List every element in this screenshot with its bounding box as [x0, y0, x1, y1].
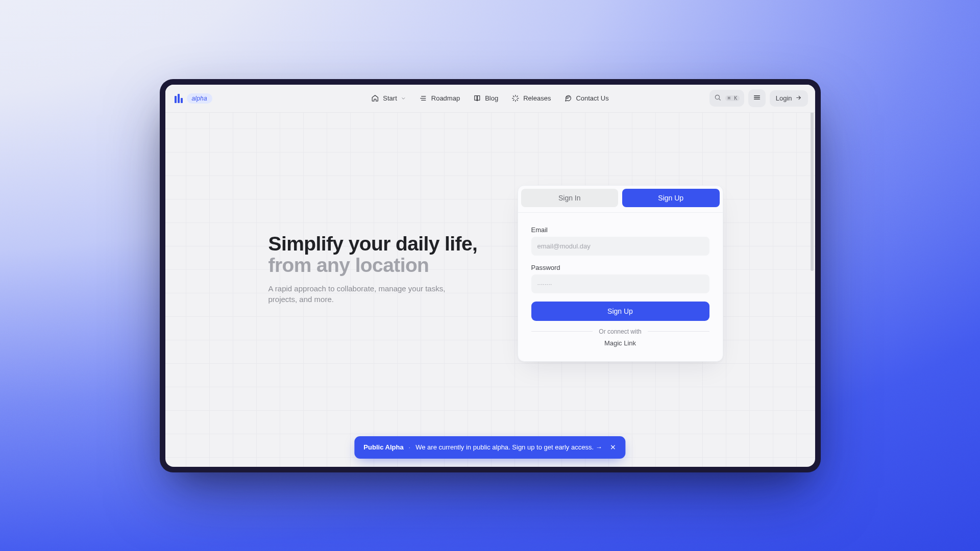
arrow-right-icon [795, 94, 802, 103]
app-screen: alpha Start [165, 85, 815, 467]
nav-blog[interactable]: Blog [473, 94, 498, 102]
search-icon [714, 94, 721, 103]
nav-roadmap-label: Roadmap [431, 94, 460, 102]
hero-headline-main: Simplify your daily life, [268, 233, 478, 255]
brand-logo-icon [175, 94, 183, 103]
alpha-banner-dot: · [409, 443, 411, 451]
sparkle-icon [511, 94, 519, 102]
tab-signin[interactable]: Sign In [521, 189, 619, 207]
tab-signup[interactable]: Sign Up [622, 189, 720, 207]
home-icon [371, 94, 379, 102]
password-field[interactable] [531, 274, 709, 293]
email-label: Email [531, 226, 709, 234]
svg-line-4 [719, 99, 721, 101]
chevron-down-icon [401, 96, 406, 101]
hero-subtext: A rapid approach to collaborate, manage … [268, 283, 452, 306]
auth-card: Sign In Sign Up Email Password Sign Up O… [518, 185, 723, 362]
login-label: Login [776, 94, 792, 102]
brand[interactable]: alpha [175, 93, 212, 104]
alpha-banner-text: We are currently in public alpha. Sign u… [415, 443, 602, 451]
nav-right: ⌘ K Login [709, 89, 807, 107]
hero-headline: Simplify your daily life, from any locat… [268, 233, 488, 276]
alpha-banner[interactable]: Public Alpha · We are currently in publi… [354, 436, 625, 459]
list-icon [420, 94, 427, 102]
search-shortcut: ⌘ K [725, 95, 740, 101]
navbar: alpha Start [165, 85, 815, 113]
connect-divider: Or connect with [531, 328, 709, 335]
nav-start-label: Start [383, 94, 397, 102]
nav-contact-label: Contact Us [576, 94, 608, 102]
magic-link-button[interactable]: Magic Link [531, 339, 709, 347]
auth-form: Email Password Sign Up Or connect with M… [518, 212, 723, 347]
nav-start[interactable]: Start [371, 94, 406, 102]
alpha-chip: alpha [187, 93, 212, 104]
password-label: Password [531, 264, 709, 271]
nav-releases-label: Releases [523, 94, 551, 102]
auth-tabs: Sign In Sign Up [521, 189, 720, 212]
gradient-backdrop: alpha Start [0, 0, 980, 551]
nav-blog-label: Blog [485, 94, 498, 102]
book-icon [473, 94, 481, 102]
alpha-banner-close[interactable] [607, 442, 619, 453]
hero: Simplify your daily life, from any locat… [268, 233, 488, 306]
login-button[interactable]: Login [770, 90, 808, 107]
close-icon [609, 444, 616, 450]
device-frame: alpha Start [160, 79, 821, 472]
chat-icon [564, 94, 572, 102]
email-field[interactable] [531, 237, 709, 256]
nav-releases[interactable]: Releases [511, 94, 551, 102]
nav-contact[interactable]: Contact Us [564, 94, 608, 102]
main-area: Simplify your daily life, from any locat… [165, 113, 815, 467]
nav-center: Start Roadmap [371, 94, 608, 102]
menu-icon [753, 93, 761, 103]
alpha-banner-title: Public Alpha [363, 443, 403, 451]
search-button[interactable]: ⌘ K [709, 90, 744, 107]
menu-button[interactable] [748, 89, 766, 107]
hero-headline-sub: from any location [268, 255, 488, 276]
signup-button[interactable]: Sign Up [531, 302, 709, 321]
nav-roadmap[interactable]: Roadmap [420, 94, 460, 102]
